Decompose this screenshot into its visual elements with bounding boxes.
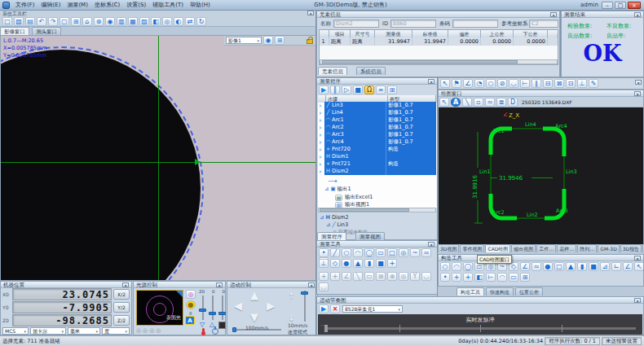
- redo-icon[interactable]: ↷: [48, 17, 58, 26]
- caliper-icon[interactable]: ⊢: [486, 273, 496, 282]
- tiles-icon[interactable]: ▨: [139, 17, 149, 26]
- tab-position-tolerance[interactable]: 位置公差: [515, 287, 543, 296]
- tab-element-info[interactable]: 元素信息: [318, 67, 347, 75]
- grid-icon[interactable]: ⊞: [71, 17, 81, 26]
- plus-tool-icon[interactable]: +: [330, 272, 340, 281]
- tab-3d-view[interactable]: 3D视图: [438, 244, 459, 252]
- splitter-left[interactable]: [315, 11, 316, 335]
- tab-measure-program[interactable]: 测量程序: [317, 232, 346, 240]
- expand-icon[interactable]: ⊞: [387, 85, 397, 94]
- cone-icon[interactable]: ▲: [353, 259, 363, 268]
- box-icon[interactable]: ■: [376, 259, 386, 268]
- pin-icon[interactable]: ▪: [308, 282, 315, 287]
- ring-light-preview[interactable]: 表面光: [136, 290, 183, 326]
- output-excel-item[interactable]: ▤输出Excel1: [334, 194, 373, 201]
- cursor-icon[interactable]: ↖: [440, 79, 450, 88]
- wave-icon[interactable]: ≈: [485, 98, 495, 107]
- probe-icon[interactable]: +: [387, 259, 397, 268]
- circle-icon[interactable]: ○: [342, 248, 351, 257]
- program-step-Lin3[interactable]: ╱Lin3影像1_0.7: [324, 102, 436, 109]
- z-up-button[interactable]: ↑: [288, 291, 294, 301]
- home-icon[interactable]: ⌂: [82, 17, 92, 26]
- tab-system-info[interactable]: 系统信息: [356, 67, 386, 75]
- col-dim-no[interactable]: 尺寸号: [351, 30, 375, 37]
- col-deviation[interactable]: 偏差: [448, 30, 481, 37]
- radius-icon[interactable]: ◡: [509, 79, 518, 88]
- circle-a-icon[interactable]: A: [451, 98, 461, 107]
- corner-arrow-icon[interactable]: [176, 291, 183, 297]
- perp-icon[interactable]: ⊥: [577, 79, 587, 88]
- step-expander-icon[interactable]: [317, 160, 324, 168]
- open-icon[interactable]: ▧: [14, 17, 24, 26]
- rect-icon[interactable]: □: [387, 248, 397, 257]
- cs-b-icon[interactable]: ⊿: [600, 262, 610, 271]
- arc-tool-icon[interactable]: ◡: [421, 272, 431, 281]
- play-icon[interactable]: ▶: [319, 85, 329, 94]
- program-step-Arc3[interactable]: ◠Arc3影像1_0.7: [324, 131, 436, 138]
- tab-probe-window[interactable]: 测头窗口: [32, 27, 61, 35]
- ruler-icon[interactable]: ╲: [462, 98, 472, 107]
- program-step-Arc2[interactable]: ◠Arc2影像1_0.7: [324, 124, 436, 131]
- menu-help[interactable]: 帮助(H): [187, 1, 214, 9]
- auto-light-button[interactable]: A: [185, 316, 195, 325]
- plane-icon[interactable]: ◇: [330, 259, 340, 268]
- menu-coordsys[interactable]: 坐标系(C): [91, 1, 123, 9]
- program-step-Lin4[interactable]: ╱Lin4影像1_0.7: [324, 109, 436, 116]
- tab-construct-tools[interactable]: 构造工具: [457, 287, 484, 296]
- layers-icon[interactable]: ≣: [496, 98, 506, 107]
- pin-icon[interactable]: ▪: [634, 256, 641, 261]
- program-step-Dism1[interactable]: HDism1: [324, 153, 436, 160]
- pause-icon[interactable]: ‖: [330, 85, 340, 94]
- program-hscrollbar[interactable]: [318, 208, 436, 212]
- slot-icon[interactable]: ▭: [509, 273, 518, 282]
- status-alarm[interactable]: 未达报警设置: [602, 337, 642, 345]
- pulse-timeline[interactable]: 实时发脉冲 …: [318, 314, 642, 335]
- pin-icon[interactable]: ▪: [307, 11, 314, 15]
- col-nominal[interactable]: 标准值: [412, 30, 448, 37]
- angle-unit-select[interactable]: 度▾: [102, 327, 130, 335]
- expander-icon[interactable]: ⊿: [320, 214, 324, 221]
- tab-quick-construct[interactable]: 快速构造: [486, 287, 514, 296]
- label-lin3[interactable]: Lin3: [566, 169, 577, 175]
- tab-part-view[interactable]: 零件视图: [460, 244, 484, 252]
- cs-c-icon[interactable]: ∠: [623, 262, 633, 271]
- menu-settings[interactable]: 设置(S): [123, 1, 149, 9]
- label-lin1[interactable]: Lin1: [479, 169, 491, 175]
- cloud-icon[interactable]: ≈: [532, 262, 541, 271]
- layout-icon[interactable]: ◧: [474, 273, 484, 282]
- col-upper-tol[interactable]: 上公差: [481, 30, 514, 37]
- step-expander-icon[interactable]: [317, 124, 324, 131]
- play-icon[interactable]: ▶: [319, 304, 329, 313]
- cone-icon[interactable]: ▲: [566, 262, 576, 271]
- video-canvas[interactable]: L:0.7—M:20.65 X=0.005785mm Y=0.006785mm …: [0, 35, 316, 281]
- jog-up-button[interactable]: ▲: [250, 290, 258, 300]
- undo-icon[interactable]: ↶: [37, 17, 46, 26]
- step-expander-icon[interactable]: [317, 138, 324, 146]
- step-expander-icon[interactable]: [317, 146, 324, 153]
- save-icon[interactable]: ▤: [25, 17, 35, 26]
- slot-icon[interactable]: ▭: [364, 272, 374, 281]
- dim-h-icon[interactable]: ⊟: [543, 79, 553, 88]
- unit-select[interactable]: 毫米▾: [68, 327, 100, 335]
- pin-icon[interactable]: ▪: [634, 91, 641, 96]
- cylinder-icon[interactable]: ▮: [577, 262, 587, 271]
- play-outline-icon[interactable]: ▷: [342, 85, 351, 94]
- step-expander-icon[interactable]: [317, 102, 324, 109]
- lock-icon[interactable]: [307, 39, 313, 44]
- expander-icon[interactable]: ⊿: [324, 186, 329, 193]
- grid-icon[interactable]: ⊞: [275, 36, 285, 45]
- circle-icon[interactable]: ○: [486, 79, 496, 88]
- pin-icon[interactable]: ▪: [634, 12, 641, 17]
- tab-output-view[interactable]: 输出视图: [511, 244, 536, 252]
- point-icon[interactable]: •: [440, 273, 450, 282]
- close-icon[interactable]: ×: [330, 304, 340, 313]
- stop-icon[interactable]: ■: [353, 85, 363, 94]
- table-hscrollbar[interactable]: [320, 59, 558, 64]
- pin-icon[interactable]: ▪: [122, 282, 129, 287]
- y-half-button[interactable]: Y/2: [113, 302, 130, 313]
- cs-a-icon[interactable]: ∟: [611, 262, 621, 271]
- col-out-of-tol[interactable]: 超差值: [548, 30, 558, 37]
- name-field[interactable]: Dism2: [333, 20, 379, 28]
- sphere-icon[interactable]: ●: [543, 262, 553, 271]
- close-button[interactable]: ×: [628, 2, 641, 9]
